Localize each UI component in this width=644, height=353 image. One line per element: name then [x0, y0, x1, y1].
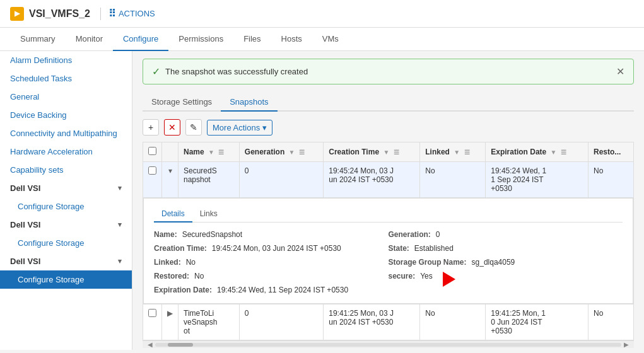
- actions-button[interactable]: ⠿ ACTIONS: [108, 8, 155, 20]
- sidebar-section-dell-vsi-2[interactable]: Dell VSI ▾: [0, 216, 132, 234]
- detail-expiration-label: Expiration Date:: [154, 286, 212, 294]
- edit-button[interactable]: ✎: [185, 119, 202, 136]
- tab-configure[interactable]: Configure: [113, 28, 168, 51]
- col-creation-time[interactable]: Creation Time ▼ ☰: [324, 142, 420, 162]
- row2-checkbox[interactable]: [148, 309, 156, 317]
- row2-expand[interactable]: ▶: [162, 304, 179, 340]
- col-expiration-date[interactable]: Expiration Date ▼ ☰: [486, 142, 588, 162]
- detail-restored-label: Restored:: [154, 272, 189, 281]
- detail-linked-value: No: [186, 258, 196, 267]
- col-linked[interactable]: Linked ▼ ☰: [420, 142, 486, 162]
- header-divider: [100, 8, 101, 20]
- sort-gen-icon: ▼: [289, 149, 295, 156]
- sidebar-item-connectivity[interactable]: Connectivity and Multipathing: [0, 124, 132, 142]
- horizontal-scrollbar[interactable]: ◀ ▶: [143, 340, 634, 348]
- detail-tab-links[interactable]: Links: [192, 206, 225, 223]
- tab-monitor[interactable]: Monitor: [66, 28, 113, 51]
- actions-label: ACTIONS: [119, 9, 155, 18]
- select-all-header[interactable]: [143, 142, 162, 162]
- row2-linked: No: [420, 304, 486, 340]
- success-banner: ✓ The snapshot was successfully created …: [143, 59, 634, 84]
- sidebar-section-dell-vsi-3[interactable]: Dell VSI ▾: [0, 252, 132, 270]
- details-panel: Details Links Name: SecuredSnapshot: [143, 198, 633, 304]
- sidebar-section-dell-vsi-1[interactable]: Dell VSI ▾: [0, 179, 132, 197]
- sort-name-icon: ▼: [208, 149, 214, 156]
- row1-checkbox[interactable]: [148, 166, 156, 175]
- detail-creation-time-row: Creation Time: 19:45:24 Mon, 03 Jun 2024…: [154, 243, 389, 254]
- col-restored: Resto...: [588, 142, 634, 162]
- scroll-thumb[interactable]: [168, 343, 193, 347]
- tab-files[interactable]: Files: [233, 28, 271, 51]
- filter-ct-icon: ☰: [394, 149, 399, 156]
- main-layout: Alarm Definitions Scheduled Tasks Genera…: [0, 51, 644, 350]
- table-row[interactable]: ▶ TimeToLiveSnapshot 0 19:41:25 Mon, 03 …: [143, 304, 634, 340]
- row1-expand[interactable]: ▾: [162, 162, 179, 198]
- tab-vms[interactable]: VMs: [312, 28, 349, 51]
- sort-ct-icon: ▼: [383, 149, 389, 156]
- detail-generation-row: Generation: 0: [389, 229, 623, 240]
- detail-secure-label: secure:: [389, 272, 416, 287]
- filter-gen-icon: ☰: [299, 149, 305, 156]
- row2-generation: 0: [239, 304, 323, 340]
- sidebar-item-alarm-definitions[interactable]: Alarm Definitions: [0, 51, 132, 69]
- tab-hosts[interactable]: Hosts: [271, 28, 312, 51]
- row2-restored: No: [588, 304, 634, 340]
- detail-secure-value: Yes: [420, 272, 433, 287]
- row2-creation-time: 19:41:25 Mon, 03 Jun 2024 IST +0530: [324, 304, 420, 340]
- sidebar-sub-configure-storage-2[interactable]: Configure Storage: [0, 234, 132, 252]
- tab-storage-settings[interactable]: Storage Settings: [143, 93, 221, 112]
- sidebar-sub-configure-storage-1[interactable]: Configure Storage: [0, 197, 132, 216]
- top-header: ▶ VSI_VMFS_2 ⠿ ACTIONS: [0, 0, 644, 28]
- success-banner-left: ✓ The snapshot was successfully created: [152, 66, 308, 78]
- snapshots-table: Name ▼ ☰ Generation ▼ ☰ Creation Time ▼ …: [143, 142, 634, 340]
- scroll-right-icon[interactable]: ▶: [621, 341, 631, 348]
- sort-linked-icon: ▼: [454, 149, 460, 156]
- sidebar-item-general[interactable]: General: [0, 88, 132, 106]
- table-row[interactable]: ▾ SecuredSnapshot 0 19:45:24 Mon, 03 Jun…: [143, 162, 634, 198]
- detail-creation-time-label: Creation Time:: [154, 244, 207, 253]
- sidebar-sub-configure-storage-3[interactable]: Configure Storage: [0, 270, 132, 289]
- sidebar-section-label-2: Dell VSI: [10, 220, 40, 229]
- toolbar: + ✕ ✎ More Actions ▾: [143, 119, 634, 136]
- more-actions-button[interactable]: More Actions ▾: [207, 120, 272, 136]
- sidebar-item-capability-sets[interactable]: Capability sets: [0, 161, 132, 179]
- delete-button[interactable]: ✕: [164, 119, 180, 136]
- detail-storage-group-row: Storage Group Name: sg_dlqa4059: [389, 257, 623, 268]
- row1-restored: No: [588, 162, 634, 198]
- detail-storage-group-value: sg_dlqa4059: [472, 258, 515, 267]
- sidebar-item-device-backing[interactable]: Device Backing: [0, 106, 132, 124]
- add-button[interactable]: +: [143, 119, 159, 136]
- detail-linked-row: Linked: No: [154, 257, 389, 268]
- sidebar-item-scheduled-tasks[interactable]: Scheduled Tasks: [0, 69, 132, 88]
- tab-permissions[interactable]: Permissions: [168, 28, 233, 51]
- content-area: ✓ The snapshot was successfully created …: [132, 51, 644, 350]
- vm-name: VSI_VMFS_2: [29, 8, 90, 20]
- col-name[interactable]: Name ▼ ☰: [179, 142, 240, 162]
- row2-checkbox-cell[interactable]: [143, 304, 162, 340]
- sidebar-item-hardware-acceleration[interactable]: Hardware Acceleration: [0, 142, 132, 161]
- row1-name: SecuredSnapshot: [179, 162, 240, 198]
- detail-grid: Name: SecuredSnapshot Creation Time: 19:…: [154, 229, 623, 296]
- details-row: Details Links Name: SecuredSnapshot: [143, 198, 634, 304]
- detail-expiration-row: Expiration Date: 19:45:24 Wed, 11 Sep 20…: [154, 284, 389, 296]
- detail-generation-label: Generation:: [389, 230, 431, 239]
- scroll-left-icon[interactable]: ◀: [145, 341, 155, 348]
- detail-expiration-value: 19:45:24 Wed, 11 Sep 2024 IST +0530: [217, 286, 348, 294]
- col-generation[interactable]: Generation ▼ ☰: [239, 142, 323, 162]
- scroll-track[interactable]: [155, 343, 621, 347]
- detail-restored-value: No: [194, 272, 204, 281]
- row1-checkbox-cell[interactable]: [143, 162, 162, 198]
- sidebar: Alarm Definitions Scheduled Tasks Genera…: [0, 51, 132, 350]
- select-all-checkbox[interactable]: [148, 147, 156, 155]
- detail-state-label: State:: [389, 244, 409, 253]
- detail-generation-value: 0: [436, 230, 440, 239]
- tab-snapshots[interactable]: Snapshots: [221, 93, 277, 112]
- detail-linked-label: Linked:: [154, 258, 181, 267]
- detail-tab-details[interactable]: Details: [154, 206, 192, 223]
- detail-right-col: Generation: 0 State: Established Storage…: [389, 229, 623, 296]
- chevron-down-icon-2: ▾: [118, 221, 122, 229]
- row1-linked: No: [420, 162, 486, 198]
- banner-close-button[interactable]: ✕: [616, 66, 624, 78]
- tab-summary[interactable]: Summary: [10, 28, 66, 51]
- sidebar-section-label-3: Dell VSI: [10, 257, 40, 266]
